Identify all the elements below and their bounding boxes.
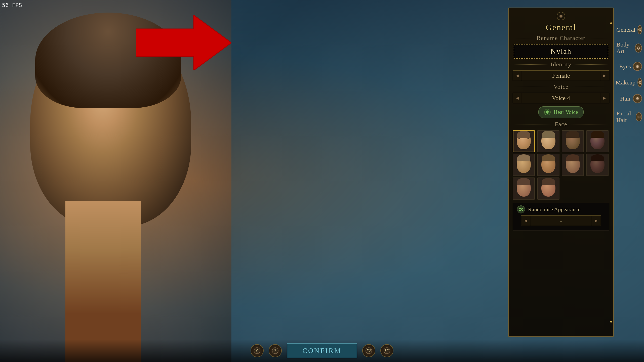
character-customization-panel: ▲ ▼ General Rename Character Nylah Ident… — [508, 8, 614, 337]
sidebar-tab-general-icon: ⚙ — [637, 25, 642, 34]
sidebar-tab-general-label: General — [616, 26, 635, 33]
divider-line-identity-left — [514, 64, 548, 65]
divider-line-right — [588, 38, 608, 38]
face-section-label: Face — [555, 121, 567, 128]
voice-prev-button[interactable]: ◄ — [513, 93, 522, 103]
randomise-next[interactable]: ► — [592, 216, 601, 226]
svg-point-6 — [254, 348, 260, 354]
identity-section-label: Identity — [551, 61, 572, 68]
face-option-5[interactable] — [513, 154, 535, 176]
svg-text:?: ? — [274, 349, 276, 353]
sidebar-tab-general[interactable]: General ⚙ — [616, 25, 642, 34]
shuffle-icon — [518, 207, 524, 212]
face-option-10[interactable] — [537, 177, 559, 200]
back-button[interactable] — [251, 344, 264, 357]
divider-line-face-right — [570, 124, 608, 124]
face-section-divider: Face — [514, 121, 608, 128]
undo-button[interactable] — [362, 344, 375, 357]
svg-marker-0 — [136, 15, 231, 70]
identity-section-divider: Identity — [514, 61, 608, 68]
sidebar-tab-eyes[interactable]: Eyes ⚙ — [616, 62, 642, 71]
voice-value: Voice 4 — [522, 95, 600, 102]
svg-point-9 — [366, 348, 372, 354]
divider-line-voice-left — [514, 87, 551, 87]
face-option-6[interactable] — [537, 154, 559, 176]
redo-button[interactable] — [380, 344, 393, 357]
sidebar-tab-makeup[interactable]: Makeup ⚙ — [616, 78, 642, 87]
sidebar-tabs: General ⚙ Body Art ⚙ Eyes ⚙ Makeup ⚙ Hai… — [616, 25, 644, 124]
hear-voice-button[interactable]: Hear Voice — [538, 106, 584, 118]
randomise-slider[interactable]: ◄ - ► — [521, 215, 601, 226]
identity-prev-button[interactable]: ◄ — [513, 71, 522, 81]
identity-next-button[interactable]: ► — [600, 71, 609, 81]
panel-ornament — [509, 8, 613, 23]
voice-section-divider: Voice — [514, 83, 608, 90]
sidebar-tab-body-art[interactable]: Body Art ⚙ — [616, 41, 642, 55]
name-input-container[interactable]: Nylah — [514, 44, 608, 59]
help-icon: ? — [272, 347, 279, 354]
sidebar-tab-eyes-label: Eyes — [619, 63, 631, 70]
randomise-icon — [517, 205, 525, 213]
face-option-3[interactable] — [562, 130, 584, 152]
face-option-2[interactable] — [537, 130, 559, 152]
divider-line-identity-right — [574, 64, 608, 65]
rename-section-label: Rename Character — [537, 35, 585, 41]
name-input-value[interactable]: Nylah — [550, 47, 571, 55]
sidebar-tab-facial-hair-icon: ⚙ — [636, 112, 642, 121]
randomise-container: Randomise Appearance ◄ - ► — [513, 203, 609, 231]
help-button[interactable]: ? — [269, 344, 282, 357]
voice-dropdown[interactable]: ◄ Voice 4 ► — [513, 93, 609, 103]
sidebar-tab-facial-hair-label: Facial Hair — [616, 110, 634, 124]
arrow-indicator — [136, 15, 231, 70]
bottom-bar: ? CONFIRM — [0, 339, 644, 362]
panel-scroll-down[interactable]: ▼ — [609, 320, 613, 324]
hear-voice-label: Hear Voice — [553, 109, 578, 115]
randomise-button[interactable]: Randomise Appearance — [517, 205, 605, 213]
voice-next-button[interactable]: ► — [600, 93, 609, 103]
face-option-1[interactable] — [513, 130, 535, 152]
sidebar-tab-hair-icon: ⚙ — [633, 94, 642, 103]
sidebar-tab-eyes-icon: ⚙ — [633, 62, 642, 71]
divider-line-face-left — [514, 124, 552, 124]
svg-point-2 — [559, 15, 562, 18]
sidebar-tab-body-art-icon: ⚙ — [635, 43, 642, 53]
face-option-7[interactable] — [562, 154, 584, 176]
face-option-8[interactable] — [586, 154, 609, 176]
face-grid — [513, 130, 609, 200]
randomise-prev[interactable]: ◄ — [521, 216, 530, 226]
face-option-4[interactable] — [586, 130, 609, 152]
identity-dropdown[interactable]: ◄ Female ► — [513, 70, 609, 81]
panel-title: General — [509, 23, 613, 32]
svg-point-11 — [384, 348, 390, 354]
sidebar-tab-hair-label: Hair — [620, 95, 631, 102]
rename-section-divider: Rename Character — [514, 35, 608, 41]
sound-icon — [544, 109, 551, 116]
voice-section-label: Voice — [553, 83, 568, 90]
randomise-value: - — [530, 217, 592, 224]
confirm-button[interactable]: CONFIRM — [287, 343, 357, 358]
sidebar-tab-makeup-label: Makeup — [616, 79, 635, 86]
divider-line-left — [514, 38, 534, 38]
redo-icon — [383, 347, 390, 354]
panel-scroll-up[interactable]: ▲ — [609, 21, 613, 24]
character-body — [65, 201, 141, 362]
face-option-9[interactable] — [513, 177, 535, 200]
sidebar-tab-makeup-icon: ⚙ — [637, 78, 642, 87]
undo-icon — [365, 347, 372, 354]
divider-line-voice-right — [571, 87, 608, 87]
sidebar-tab-facial-hair[interactable]: Facial Hair ⚙ — [616, 110, 642, 124]
fps-counter: 56 FPS — [2, 2, 22, 8]
back-icon — [254, 347, 261, 354]
randomise-label: Randomise Appearance — [528, 206, 580, 213]
sidebar-tab-body-art-label: Body Art — [616, 41, 633, 55]
sidebar-tab-hair[interactable]: Hair ⚙ — [616, 94, 642, 103]
identity-value: Female — [522, 72, 600, 79]
